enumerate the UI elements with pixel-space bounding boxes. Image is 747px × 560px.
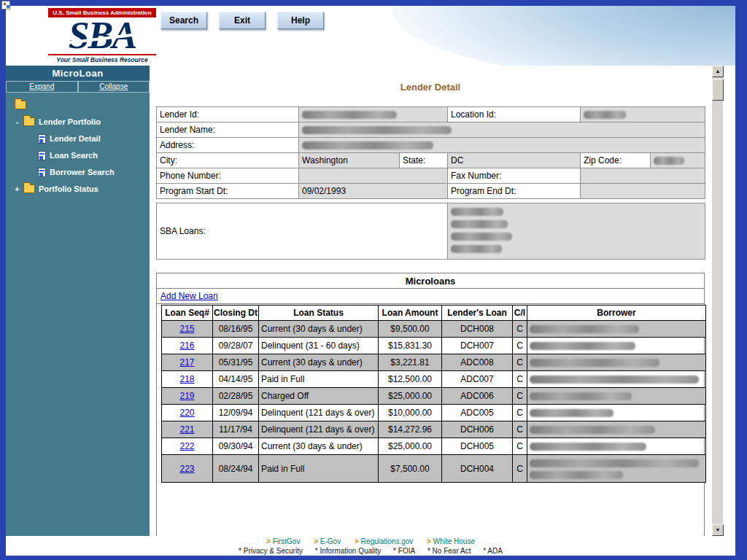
loan-seq-link[interactable]: 223 <box>179 464 194 474</box>
lender-detail-form: Lender Id: Location Id: Lender Name: Add… <box>156 106 705 199</box>
loan-amount-cell: $25,000.00 <box>379 438 442 455</box>
loan-seq-link[interactable]: 219 <box>179 391 194 401</box>
loan-seq-link[interactable]: 215 <box>179 324 194 334</box>
policy-marker: * <box>393 547 396 555</box>
address-label: Address: <box>157 138 299 153</box>
ci-cell: C <box>513 354 527 371</box>
expand-glyph[interactable]: + <box>15 184 20 193</box>
collapse-label: Collapse <box>99 82 128 90</box>
link-marker: > <box>427 537 431 545</box>
program-start-label: Program Start Dt: <box>157 184 299 199</box>
redacted-value <box>530 426 655 434</box>
header: U.S. Small Business Administration SBA Y… <box>6 6 735 66</box>
sidebar-title: MicroLoan <box>6 66 150 81</box>
loan-row: 215 08/16/95 Current (30 days & under) $… <box>162 321 706 338</box>
lenders-loan-cell: ADC007 <box>442 371 513 388</box>
fax-label: Fax Number: <box>448 168 581 184</box>
footer-links: > FirstGov > E-Gov > Regulations.gov > W… <box>6 537 735 545</box>
scroll-down-button[interactable]: ▼ <box>712 524 724 536</box>
fax-value <box>581 168 705 184</box>
footer-policy-ada[interactable]: * ADA <box>483 547 503 555</box>
exit-button[interactable]: Exit <box>219 12 266 29</box>
policy-marker: * <box>239 547 241 555</box>
expand-button[interactable]: Expand <box>6 81 78 93</box>
redacted-value <box>654 157 684 165</box>
footer-link-whitehouse[interactable]: > White House <box>427 537 475 545</box>
loan-status-cell: Delinquent (121 days & over) <box>259 405 379 421</box>
state-value: DC <box>448 153 581 168</box>
policy-marker: * <box>427 547 430 555</box>
footer-policy-privacy[interactable]: * Privacy & Security <box>239 547 303 555</box>
policy-marker: * <box>483 547 486 555</box>
footer-link-label[interactable]: White House <box>433 537 475 545</box>
logo-acronym: SBA <box>48 18 156 54</box>
redacted-value <box>530 325 639 333</box>
add-new-loan-link[interactable]: Add New Loan <box>160 291 218 301</box>
footer-policy-foia[interactable]: * FOIA <box>393 547 415 555</box>
folder-icon <box>23 184 35 193</box>
loan-row: 219 02/28/95 Charged Off $25,000.00 ADC0… <box>162 388 706 405</box>
loan-seq-link[interactable]: 216 <box>179 341 194 351</box>
page-canvas: U.S. Small Business Administration SBA Y… <box>6 6 735 556</box>
search-button[interactable]: Search <box>160 12 207 29</box>
lenders-loan-cell: DCH008 <box>442 321 513 338</box>
tree-root <box>12 100 150 110</box>
link-marker: > <box>314 537 318 545</box>
sidebar-item-borrower-search[interactable]: Borrower Search <box>12 167 150 177</box>
link-marker: > <box>355 537 359 545</box>
redacted-value <box>302 111 397 119</box>
borrower-cell <box>527 354 706 371</box>
sidebar-item-label: Portfolio Status <box>39 184 98 193</box>
ci-cell: C <box>513 405 527 421</box>
sidebar-item-lender-portfolio[interactable]: - Lender Portfolio <box>12 117 150 127</box>
redacted-value <box>530 342 635 350</box>
folder-icon <box>23 117 35 126</box>
nav-tree: - Lender Portfolio Lender Detail Loan Se… <box>6 93 150 194</box>
collapse-glyph[interactable]: - <box>15 117 20 126</box>
borrower-cell <box>527 338 706 354</box>
closing-dt-cell: 04/14/95 <box>213 371 259 388</box>
footer-link-label[interactable]: Regulations.gov <box>361 537 414 545</box>
loan-status-cell: Paid in Full <box>259 371 379 388</box>
program-end-value <box>581 184 705 199</box>
footer-link-label[interactable]: E-Gov <box>320 537 341 545</box>
location-id-label: Location Id: <box>448 107 581 122</box>
closing-dt-cell: 11/17/94 <box>213 421 259 438</box>
vertical-scrollbar[interactable]: ▲ ▼ <box>711 66 723 536</box>
redacted-value <box>451 220 508 228</box>
footer-link-egov[interactable]: > E-Gov <box>314 537 341 545</box>
col-closing-dt: Closing Dt <box>213 306 259 321</box>
col-loan-status: Loan Status <box>259 306 379 321</box>
footer-link-firstgov[interactable]: > FirstGov <box>266 537 300 545</box>
sidebar-item-portfolio-status[interactable]: + Portfolio Status <box>12 184 150 194</box>
redacted-value <box>302 126 452 134</box>
lenders-loan-cell: ADC008 <box>442 354 513 371</box>
loan-amount-cell: $10,000.00 <box>379 405 442 421</box>
scroll-up-button[interactable]: ▲ <box>712 66 724 77</box>
help-button[interactable]: Help <box>277 12 324 29</box>
redacted-value <box>530 376 699 384</box>
sidebar-item-lender-detail[interactable]: Lender Detail <box>12 133 150 144</box>
loan-amount-cell: $15,831.30 <box>379 338 442 354</box>
document-icon <box>38 168 46 177</box>
scrollbar-thumb[interactable] <box>712 79 724 101</box>
footer-link-label[interactable]: FirstGov <box>273 537 301 545</box>
footer-policy-info-quality[interactable]: * Information Quality <box>315 547 382 555</box>
broken-image-icon <box>1 1 10 9</box>
expand-label: Expand <box>29 82 54 90</box>
loan-row: 223 08/24/94 Paid in Full $7,500.00 DCH0… <box>162 455 706 483</box>
closing-dt-cell: 02/28/95 <box>213 388 259 405</box>
loan-seq-link[interactable]: 221 <box>179 424 194 435</box>
loan-seq-link[interactable]: 220 <box>179 408 194 418</box>
loan-row: 220 12/09/94 Delinquent (121 days & over… <box>162 405 706 421</box>
loan-seq-link[interactable]: 218 <box>179 374 194 384</box>
loan-seq-link[interactable]: 217 <box>179 357 194 368</box>
sidebar-item-loan-search[interactable]: Loan Search <box>12 150 150 160</box>
footer-policy-no-fear-act[interactable]: * No Fear Act <box>427 547 471 555</box>
footer-link-regulations[interactable]: > Regulations.gov <box>355 537 413 545</box>
ci-cell: C <box>513 371 527 388</box>
main-content: Lender Detail Lender Id: Location Id: Le… <box>150 66 711 536</box>
loan-seq-link[interactable]: 222 <box>179 441 194 451</box>
phone-label: Phone Number: <box>157 168 299 184</box>
collapse-button[interactable]: Collapse <box>78 81 150 93</box>
